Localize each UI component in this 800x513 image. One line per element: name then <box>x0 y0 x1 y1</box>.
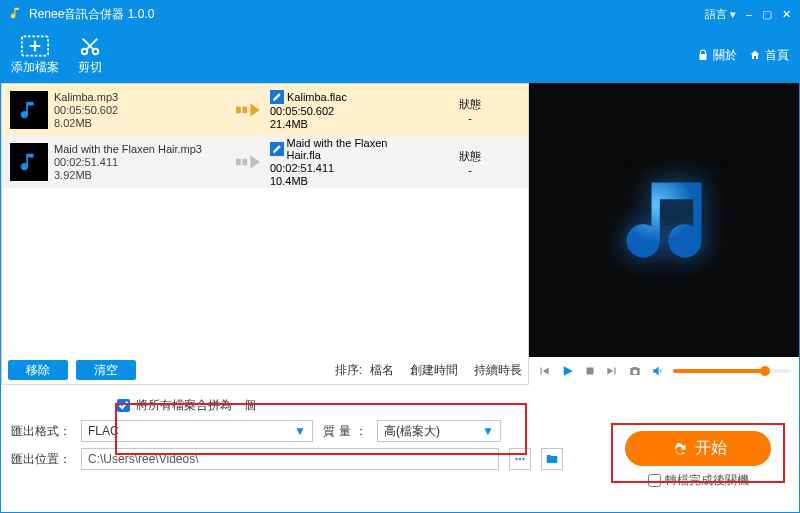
status-label: 狀態 <box>420 149 520 164</box>
folder-icon <box>545 452 559 466</box>
src-filename: Kalimba.mp3 <box>54 91 234 103</box>
toolbar: 添加檔案 剪切 關於 首頁 <box>1 27 799 83</box>
src-size: 8.02MB <box>54 117 234 129</box>
src-duration: 00:02:51.411 <box>54 156 234 168</box>
preview-canvas <box>529 83 799 357</box>
music-note-icon <box>614 170 714 270</box>
status-label: 狀態 <box>420 97 520 112</box>
file-list: Kalimba.mp3 00:05:50.602 8.02MB Kalimba.… <box>2 84 528 356</box>
sort-prefix: 排序: <box>335 362 362 379</box>
open-path-button[interactable] <box>509 448 531 470</box>
app-logo-icon <box>9 6 23 23</box>
status-value: - <box>420 164 520 176</box>
svg-rect-3 <box>587 368 594 375</box>
sort-by-name[interactable]: 檔名 <box>370 362 394 379</box>
src-filename: Maid with the Flaxen Hair.mp3 <box>54 143 234 155</box>
dst-size: 21.4MB <box>270 118 420 130</box>
status-value: - <box>420 112 520 124</box>
browse-folder-button[interactable] <box>541 448 563 470</box>
convert-arrow-icon <box>234 153 270 171</box>
dst-duration: 00:05:50.602 <box>270 105 420 117</box>
stop-button[interactable] <box>583 364 597 378</box>
dst-filename: Kalimba.flac <box>287 91 347 103</box>
player-controls <box>529 357 799 385</box>
title-bar: Renee音訊合併器 1.0.0 語言 ▾ – ▢ ✕ <box>1 1 799 27</box>
dst-size: 10.4MB <box>270 175 420 187</box>
add-file-label: 添加檔案 <box>11 59 59 76</box>
clear-button[interactable]: 清空 <box>76 360 136 380</box>
sort-by-duration[interactable]: 持續時長 <box>474 362 522 379</box>
shutdown-after-checkbox[interactable]: 轉檔完成後關機 <box>648 472 749 489</box>
add-file-button[interactable]: 添加檔案 <box>11 31 59 79</box>
src-duration: 00:05:50.602 <box>54 104 234 116</box>
convert-arrow-icon <box>234 101 270 119</box>
svg-point-6 <box>522 458 524 460</box>
volume-icon[interactable] <box>651 364 665 378</box>
svg-point-5 <box>519 458 521 460</box>
close-button[interactable]: ✕ <box>782 8 791 21</box>
home-link[interactable]: 首頁 <box>749 47 789 64</box>
volume-slider[interactable] <box>673 369 791 373</box>
language-menu[interactable]: 語言 ▾ <box>705 7 736 22</box>
file-row[interactable]: Maid with the Flaxen Hair.mp3 00:02:51.4… <box>2 136 528 188</box>
preview-panel <box>529 83 799 385</box>
file-thumb-icon <box>10 143 48 181</box>
edit-icon[interactable] <box>270 142 284 156</box>
file-row[interactable]: Kalimba.mp3 00:05:50.602 8.02MB Kalimba.… <box>2 84 528 136</box>
snapshot-button[interactable] <box>627 364 643 378</box>
dst-duration: 00:02:51.411 <box>270 162 420 174</box>
merge-all-checkbox[interactable]: 將所有檔案合拼為一個 <box>117 397 256 414</box>
file-thumb-icon <box>10 91 48 129</box>
output-path-input[interactable]: C:\Users\ree\Videos\ <box>81 448 499 470</box>
path-label: 匯出位置： <box>11 451 71 468</box>
svg-point-4 <box>515 458 517 460</box>
ellipsis-icon <box>513 452 527 466</box>
file-panel: Kalimba.mp3 00:05:50.602 8.02MB Kalimba.… <box>1 83 529 385</box>
home-icon <box>749 49 761 61</box>
minimize-button[interactable]: – <box>746 8 752 20</box>
quality-label: 質量： <box>323 423 367 440</box>
maximize-button[interactable]: ▢ <box>762 8 772 21</box>
format-label: 匯出格式： <box>11 423 71 440</box>
refresh-icon <box>669 440 687 458</box>
dst-filename: Maid with the Flaxen Hair.fla <box>287 137 420 161</box>
cut-button[interactable]: 剪切 <box>77 31 103 79</box>
chevron-down-icon: ▼ <box>482 424 494 438</box>
format-select[interactable]: FLAC ▼ <box>81 420 313 442</box>
sort-by-created[interactable]: 創建時間 <box>410 362 458 379</box>
cut-label: 剪切 <box>78 59 102 76</box>
edit-icon[interactable] <box>270 90 284 104</box>
next-button[interactable] <box>605 364 619 378</box>
about-link[interactable]: 關於 <box>697 47 737 64</box>
lock-icon <box>697 49 709 61</box>
prev-button[interactable] <box>537 364 551 378</box>
chevron-down-icon: ▼ <box>294 424 306 438</box>
quality-select[interactable]: 高(檔案大) ▼ <box>377 420 501 442</box>
list-controls: 移除 清空 排序: 檔名 創建時間 持續時長 <box>2 356 528 384</box>
src-size: 3.92MB <box>54 169 234 181</box>
start-button[interactable]: 开始 <box>625 431 771 466</box>
play-button[interactable] <box>559 363 575 379</box>
remove-button[interactable]: 移除 <box>8 360 68 380</box>
app-title: Renee音訊合併器 1.0.0 <box>29 6 154 23</box>
